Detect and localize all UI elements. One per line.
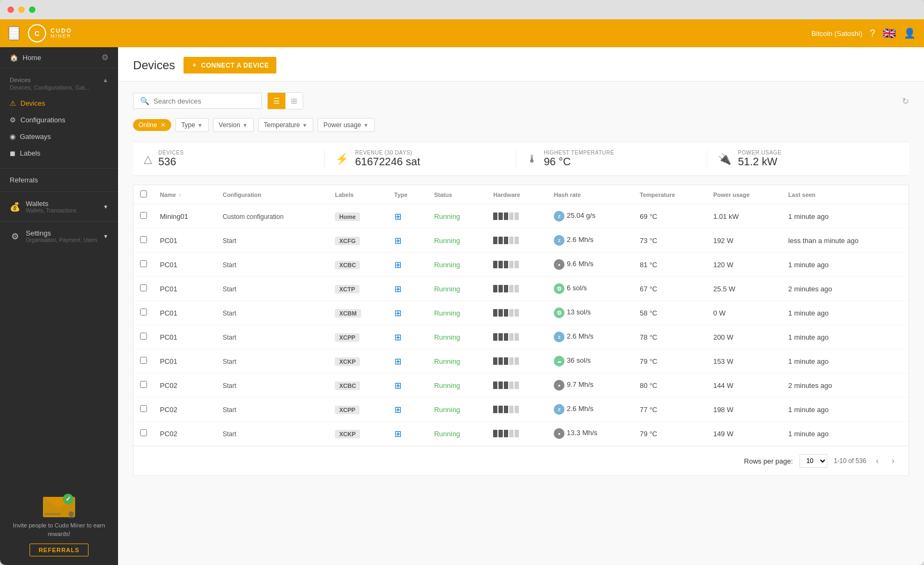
cell-power: 200 W [707, 325, 782, 349]
type-filter-dropdown[interactable]: Type ▼ [175, 118, 209, 132]
close-dot[interactable] [8, 6, 14, 13]
cell-type: ⊞ [388, 373, 428, 398]
col-configuration: Configuration [216, 185, 328, 204]
hw-bar [504, 357, 508, 365]
next-page-button[interactable]: › [889, 455, 898, 467]
stats-row: △ DEVICES 536 ⚡ REVENUE (30 DAYS) 616722… [133, 142, 909, 176]
version-filter-dropdown[interactable]: Version ▼ [213, 118, 254, 132]
select-all-checkbox[interactable] [140, 190, 147, 197]
version-chevron-icon: ▼ [243, 122, 248, 128]
cell-hardware [487, 325, 547, 349]
hw-bar [515, 261, 519, 268]
cell-type: ⊞ [388, 229, 428, 253]
cell-lastseen: 1 minute ago [782, 301, 908, 325]
sidebar-item-wallets[interactable]: 💰 Wallets Wallets, Transactions ▼ [0, 194, 118, 219]
row-checkbox-1[interactable] [140, 236, 147, 243]
grid-view-button[interactable]: ⊞ [285, 93, 303, 109]
refresh-button[interactable]: ↻ [902, 96, 909, 106]
row-checkbox-4[interactable] [140, 309, 147, 315]
maximize-dot[interactable] [29, 6, 35, 13]
filters-row: Online ✕ Type ▼ Version ▼ Temperature ▼ [133, 118, 909, 132]
table-row: PC01 Start XCTP ⊞ Running ⑬6 sol/s 67 °C… [134, 277, 908, 301]
online-filter-remove[interactable]: ✕ [160, 121, 166, 129]
cell-temperature: 79 °C [633, 422, 707, 446]
row-checkbox-7[interactable] [140, 381, 147, 388]
cell-config: Start [216, 325, 328, 349]
hardware-bars [493, 285, 541, 292]
online-filter-chip[interactable]: Online ✕ [133, 119, 171, 131]
sidebar-item-configurations[interactable]: ⚙ Configurations [0, 112, 118, 128]
connect-device-button[interactable]: ＋ CONNECT A DEVICE [184, 57, 276, 74]
hash-icon: Z [554, 404, 564, 415]
promo-illustration: ✓ [40, 491, 78, 518]
row-checkbox-2[interactable] [140, 260, 147, 267]
row-checkbox-6[interactable] [140, 357, 147, 364]
svg-point-5 [69, 511, 74, 517]
svg-rect-6 [69, 517, 74, 518]
row-checkbox-9[interactable] [140, 429, 147, 436]
stat-devices: △ DEVICES 536 [144, 150, 325, 168]
sidebar-promo: ✓ Invite people to Cudo Miner to earn re… [0, 483, 118, 565]
hash-icon: ⑬ [554, 283, 564, 294]
hw-bar [509, 261, 514, 268]
prev-page-button[interactable]: ‹ [872, 455, 882, 467]
language-flag[interactable]: 🇬🇧 [883, 27, 896, 40]
revenue-stat-value: 61672246 sat [355, 156, 420, 168]
sidebar-item-devices[interactable]: ⚠ Devices [0, 95, 118, 112]
hw-bar [504, 430, 508, 437]
hw-bar [509, 357, 514, 365]
search-input[interactable] [153, 97, 255, 105]
row-checkbox-0[interactable] [140, 212, 147, 219]
hw-bar [509, 381, 514, 389]
list-view-button[interactable]: ☰ [268, 93, 285, 109]
hw-bar [493, 309, 497, 317]
cell-label: XCBC [328, 373, 387, 398]
hw-bar [515, 285, 519, 292]
row-checkbox-5[interactable] [140, 333, 147, 340]
sidebar-item-referrals[interactable]: Referrals [0, 171, 118, 189]
hw-bar [504, 381, 508, 389]
cell-type: ⊞ [388, 301, 428, 325]
row-checkbox-3[interactable] [140, 284, 147, 291]
help-icon[interactable]: ? [870, 28, 875, 39]
cell-hashrate: ⑬13 sol/s [547, 301, 633, 325]
home-link[interactable]: 🏠 Home [10, 54, 41, 62]
cell-hashrate: Z2.6 Mh/s [547, 398, 633, 422]
hw-bar [493, 237, 497, 244]
account-icon[interactable]: 👤 [904, 27, 915, 39]
settings-gear-icon[interactable]: ⚙ [101, 53, 108, 62]
labels-label: Labels [20, 149, 40, 157]
minimize-dot[interactable] [18, 6, 25, 13]
sidebar-item-gateways[interactable]: ◉ Gateways [0, 128, 118, 145]
sidebar-home-row: 🏠 Home ⚙ [0, 47, 118, 68]
hardware-bars [493, 430, 541, 437]
hash-icon: ☁ [554, 356, 564, 366]
hw-bar [515, 430, 519, 437]
cell-lastseen: 1 minute ago [782, 349, 908, 373]
sidebar-item-settings[interactable]: ⚙ Settings Organisation, Payment, Users … [0, 224, 118, 248]
wallets-chevron-icon: ▼ [103, 204, 108, 210]
sidebar-item-labels[interactable]: ◼ Labels [0, 145, 118, 162]
cell-hardware [487, 204, 547, 229]
devices-collapse-icon[interactable]: ▲ [102, 77, 108, 83]
cell-temperature: 77 °C [633, 398, 707, 422]
row-checkbox-8[interactable] [140, 405, 147, 412]
cell-hardware [487, 422, 547, 446]
power-filter-dropdown[interactable]: Power usage ▼ [318, 118, 375, 132]
cell-config: Start [216, 373, 328, 398]
temp-stat-label: HIGHEST TEMPERATURE [544, 150, 614, 156]
rows-per-page-select[interactable]: 10 25 50 [800, 454, 827, 468]
devices-section: Devices ▲ Devices, Configurations, Gat..… [0, 68, 118, 166]
cell-status: Running [428, 325, 487, 349]
temperature-filter-dropdown[interactable]: Temperature ▼ [258, 118, 313, 132]
hamburger-menu-button[interactable]: ☰ [9, 26, 19, 40]
referrals-button[interactable]: REFERRALS [30, 544, 89, 556]
power-stat-value: 51.2 kW [738, 156, 781, 168]
cell-lastseen: 1 minute ago [782, 422, 908, 446]
cell-hashrate: ●9.6 Mh/s [547, 253, 633, 277]
main-content: Devices ＋ CONNECT A DEVICE 🔍 ☰ ⊞ [118, 47, 924, 565]
hardware-bars [493, 381, 541, 389]
col-name[interactable]: Name ↑ [153, 185, 216, 204]
cell-status: Running [428, 277, 487, 301]
cell-config: Start [216, 349, 328, 373]
